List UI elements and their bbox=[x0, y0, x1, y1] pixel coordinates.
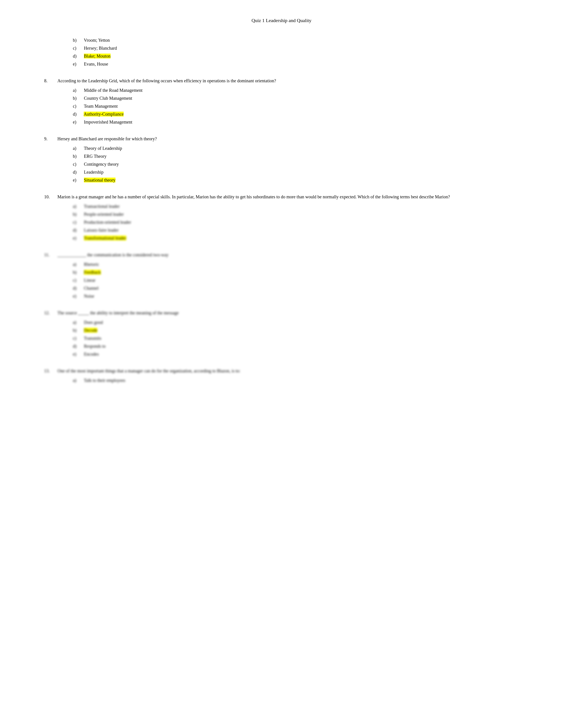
option-text: Middle of the Road Management bbox=[84, 88, 143, 93]
option-text: Team Management bbox=[84, 104, 118, 109]
question-8-options: a) Middle of the Road Management b) Coun… bbox=[73, 87, 519, 126]
option-text: Country Club Management bbox=[84, 96, 132, 101]
option-text: Laissez-faire leader bbox=[84, 228, 118, 233]
option-text: Encodes bbox=[84, 352, 99, 356]
question-text-body: Marion is a great manager and he has a n… bbox=[57, 193, 519, 200]
page-container: Quiz 1 Leadership and Quality b) Vroom; … bbox=[44, 18, 519, 384]
list-item: b) People-oriented leader bbox=[73, 211, 519, 218]
option-text: Evans, House bbox=[84, 62, 108, 66]
list-item: a) Rhetoric bbox=[73, 261, 519, 268]
list-item: d) Responds to bbox=[73, 343, 519, 350]
question-10: 10. Marion is a great manager and he has… bbox=[44, 193, 519, 242]
option-text-highlighted: Transformational leader bbox=[84, 236, 126, 240]
option-text: Responds to bbox=[84, 344, 105, 349]
list-item: e) Impoverished Management bbox=[73, 118, 519, 126]
list-item: d) Leadership bbox=[73, 169, 519, 176]
option-text: ERG Theory bbox=[84, 154, 106, 159]
list-item: b) Vroom; Yetton bbox=[73, 37, 519, 44]
question-number: 9. bbox=[44, 135, 57, 142]
question-9-options: a) Theory of Leadership b) ERG Theory c)… bbox=[73, 145, 519, 184]
question-number: 13. bbox=[44, 368, 57, 374]
option-text: Channel bbox=[84, 286, 99, 291]
list-item: d) Channel bbox=[73, 285, 519, 292]
page-title: Quiz 1 Leadership and Quality bbox=[44, 18, 519, 23]
question-number: 10. bbox=[44, 193, 57, 200]
option-text: Impoverished Management bbox=[84, 120, 132, 124]
option-text: Hersey; Blanchard bbox=[84, 46, 117, 51]
question-12: 12. The source _____ the ability to inte… bbox=[44, 310, 519, 358]
option-text-highlighted: Authority-Compliance bbox=[84, 112, 124, 116]
option-text: Transmits bbox=[84, 336, 101, 341]
question-13: 13. One of the most important things tha… bbox=[44, 368, 519, 384]
question-11-options: a) Rhetoric b) Feedback c) Linear d) Cha… bbox=[73, 261, 519, 300]
list-item: e) Noise bbox=[73, 293, 519, 300]
question-11: 11. _____________ the communication is t… bbox=[44, 251, 519, 300]
list-item: b) Feedback bbox=[73, 269, 519, 276]
list-item: b) Country Club Management bbox=[73, 95, 519, 102]
list-item: b) Decode bbox=[73, 327, 519, 334]
list-item: c) Transmits bbox=[73, 335, 519, 342]
question-number: 8. bbox=[44, 77, 57, 84]
question-7-partial: b) Vroom; Yetton c) Hersey; Blanchard d)… bbox=[44, 37, 519, 68]
question-text-body: One of the most important things that a … bbox=[57, 368, 519, 374]
question-13-options: a) Talk to their employees bbox=[73, 377, 519, 384]
option-text-highlighted: Decode bbox=[84, 328, 97, 333]
list-item: a) Middle of the Road Management bbox=[73, 87, 519, 94]
list-item: a) Transactional leader bbox=[73, 203, 519, 210]
list-item: e) Encodes bbox=[73, 351, 519, 358]
option-text: Rhetoric bbox=[84, 262, 99, 267]
question-text-body: The source _____ the ability to interpre… bbox=[57, 310, 519, 316]
option-text: Contingency theory bbox=[84, 162, 119, 167]
question-number: 11. bbox=[44, 251, 57, 258]
option-text-highlighted: Situational theory bbox=[84, 178, 115, 182]
option-text: Linear bbox=[84, 278, 95, 283]
question-8: 8. According to the Leadership Grid, whi… bbox=[44, 77, 519, 126]
question-text-body: According to the Leadership Grid, which … bbox=[57, 77, 519, 84]
list-item: a) Does good bbox=[73, 319, 519, 326]
list-item: c) Team Management bbox=[73, 103, 519, 110]
option-text: Transactional leader bbox=[84, 204, 120, 209]
option-text: Does good bbox=[84, 320, 103, 325]
option-text: Leadership bbox=[84, 170, 103, 174]
option-text: Talk to their employees bbox=[84, 378, 125, 383]
question-number: 12. bbox=[44, 310, 57, 316]
list-item: e) Situational theory bbox=[73, 176, 519, 184]
question-12-options: a) Does good b) Decode c) Transmits d) R… bbox=[73, 319, 519, 358]
option-text: People-oriented leader bbox=[84, 212, 124, 217]
option-text: Production-oriented leader bbox=[84, 220, 131, 225]
question-text-body: _____________ the communication is the c… bbox=[57, 251, 519, 258]
list-item: d) Authority-Compliance bbox=[73, 111, 519, 118]
list-item: c) Linear bbox=[73, 277, 519, 284]
list-item: c) Hersey; Blanchard bbox=[73, 45, 519, 52]
question-10-options: a) Transactional leader b) People-orient… bbox=[73, 203, 519, 242]
question-9: 9. Hersey and Blanchard are responsible … bbox=[44, 135, 519, 184]
list-item: c) Production-oriented leader bbox=[73, 219, 519, 226]
option-text-highlighted: Feedback bbox=[84, 270, 101, 275]
list-item: d) Laissez-faire leader bbox=[73, 227, 519, 234]
list-item: e) Evans, House bbox=[73, 60, 519, 68]
list-item: a) Talk to their employees bbox=[73, 377, 519, 384]
question-7-options: b) Vroom; Yetton c) Hersey; Blanchard d)… bbox=[73, 37, 519, 68]
list-item: c) Contingency theory bbox=[73, 161, 519, 168]
list-item: b) ERG Theory bbox=[73, 153, 519, 160]
option-text: Noise bbox=[84, 294, 94, 298]
question-text-body: Hersey and Blanchard are responsible for… bbox=[57, 135, 519, 142]
list-item: d) Blake; Mouton bbox=[73, 53, 519, 60]
list-item: a) Theory of Leadership bbox=[73, 145, 519, 152]
option-text: Theory of Leadership bbox=[84, 146, 122, 151]
option-text-highlighted: Blake; Mouton bbox=[84, 54, 111, 58]
list-item: e) Transformational leader bbox=[73, 235, 519, 242]
option-text: Vroom; Yetton bbox=[84, 38, 110, 43]
